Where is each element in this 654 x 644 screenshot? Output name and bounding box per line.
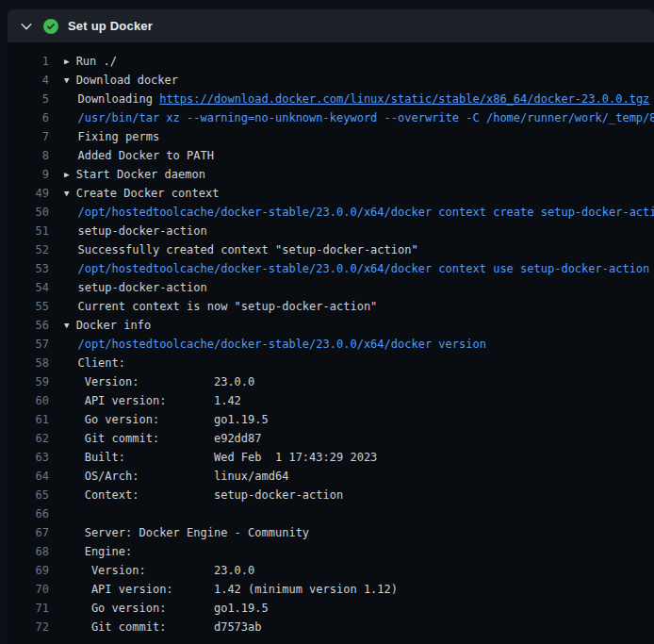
line-content: Current context is now "setup-docker-act… xyxy=(49,297,377,316)
line-content: /usr/bin/tar xz --warning=no-unknown-key… xyxy=(49,108,654,127)
log-text: Git commit: d7573ab xyxy=(64,620,262,634)
log-text: Docker info xyxy=(69,319,151,332)
line-content: ▼ Download docker xyxy=(49,71,178,90)
line-content: Context: setup-docker-action xyxy=(49,486,343,504)
log-text: Git commit: e92dd87 xyxy=(64,432,262,445)
log-text: Built: Wed Feb 1 17:43:29 2023 xyxy=(64,451,377,464)
line-number[interactable]: 8 xyxy=(8,146,49,165)
line-number[interactable]: 53 xyxy=(8,259,49,278)
line-number[interactable]: 68 xyxy=(8,542,49,561)
line-number[interactable]: 9 xyxy=(8,165,49,184)
line-number[interactable]: 4 xyxy=(8,71,49,90)
line-number[interactable]: 58 xyxy=(8,354,49,372)
log-line: 63 Built: Wed Feb 1 17:43:29 2023 xyxy=(8,448,654,467)
log-link[interactable]: https://download.docker.com/linux/static… xyxy=(159,92,649,106)
line-content: Client: xyxy=(49,354,125,372)
success-check-icon xyxy=(43,19,58,34)
line-number[interactable]: 61 xyxy=(8,410,49,429)
log-command-text: /opt/hostedtoolcache/docker-stable/23.0.… xyxy=(77,338,485,351)
line-number[interactable]: 49 xyxy=(8,184,49,203)
log-line: 68 Engine: xyxy=(8,542,654,561)
log-line: 64 OS/Arch: linux/amd64 xyxy=(8,467,654,486)
log-command-text: /usr/bin/tar xz --warning=no-unknown-key… xyxy=(77,111,654,124)
line-content: setup-docker-action xyxy=(49,222,207,240)
log-line: 67 Server: Docker Engine - Community xyxy=(8,523,654,542)
log-command-text: /opt/hostedtoolcache/docker-stable/23.0.… xyxy=(77,206,654,219)
line-number[interactable]: 69 xyxy=(8,561,49,580)
line-number[interactable]: 64 xyxy=(8,467,49,486)
log-group-line[interactable]: 49▼ Create Docker context xyxy=(8,184,654,203)
line-content: Git commit: d7573ab xyxy=(49,618,262,636)
log-lines: 1▶ Run ./4▼ Download docker5 Downloading… xyxy=(8,52,654,636)
line-content: Added Docker to PATH xyxy=(49,146,214,165)
line-number[interactable]: 7 xyxy=(8,127,49,146)
log-text: Fixing perms xyxy=(64,130,159,143)
line-content: Fixing perms xyxy=(49,127,159,146)
line-number[interactable]: 54 xyxy=(8,278,49,297)
log-text: Run ./ xyxy=(69,55,117,68)
log-group-line[interactable]: 4▼ Download docker xyxy=(8,71,654,90)
line-number[interactable]: 56 xyxy=(8,316,49,335)
line-content: ▼ Docker info xyxy=(49,316,151,335)
log-line: 60 API version: 1.42 xyxy=(8,391,654,410)
line-content: Built: Wed Feb 1 17:43:29 2023 xyxy=(49,448,377,467)
log-text: Go version: go1.19.5 xyxy=(64,413,269,426)
log-text: Downloading xyxy=(64,92,159,106)
line-content: Successfully created context "setup-dock… xyxy=(49,240,418,259)
line-number[interactable]: 52 xyxy=(8,240,49,259)
log-text xyxy=(64,111,77,124)
log-text: Context: setup-docker-action xyxy=(64,488,343,502)
log-text: Start Docker daemon xyxy=(69,168,205,181)
log-text xyxy=(64,262,77,275)
line-content: setup-docker-action xyxy=(49,278,207,297)
log-group-line[interactable]: 56▼ Docker info xyxy=(8,316,654,335)
line-content: API version: 1.42 (minimum version 1.12) xyxy=(49,580,398,599)
line-content xyxy=(49,504,64,523)
line-number[interactable]: 6 xyxy=(8,108,49,127)
line-number[interactable]: 57 xyxy=(8,335,49,354)
line-number[interactable]: 51 xyxy=(8,222,49,240)
line-content: OS/Arch: linux/amd64 xyxy=(49,467,288,486)
log-group-line[interactable]: 9▶ Start Docker daemon xyxy=(8,165,654,184)
line-number[interactable]: 65 xyxy=(8,486,49,504)
line-number[interactable]: 71 xyxy=(8,599,49,618)
step-container: Set up Docker 1▶ Run ./4▼ Download docke… xyxy=(8,9,654,644)
log-text: Current context is now "setup-docker-act… xyxy=(64,300,377,313)
line-number[interactable]: 60 xyxy=(8,391,49,410)
log-text: Client: xyxy=(64,356,125,370)
line-content: Downloading https://download.docker.com/… xyxy=(49,90,649,108)
line-content: ▶ Run ./ xyxy=(49,52,117,71)
log-group-line[interactable]: 1▶ Run ./ xyxy=(8,52,654,71)
line-number[interactable]: 63 xyxy=(8,448,49,467)
step-header[interactable]: Set up Docker xyxy=(8,9,654,42)
log-command-text: /opt/hostedtoolcache/docker-stable/23.0.… xyxy=(77,262,649,275)
line-number[interactable]: 66 xyxy=(8,504,49,523)
line-number[interactable]: 70 xyxy=(8,580,49,599)
log-line: 57 /opt/hostedtoolcache/docker-stable/23… xyxy=(8,335,654,354)
log-text: setup-docker-action xyxy=(64,281,207,294)
line-number[interactable]: 50 xyxy=(8,203,49,222)
line-content: Engine: xyxy=(49,542,132,561)
line-number[interactable]: 62 xyxy=(8,429,49,448)
line-number[interactable]: 55 xyxy=(8,297,49,316)
log-line: 69 Version: 23.0.0 xyxy=(8,561,654,580)
line-number[interactable]: 59 xyxy=(8,372,49,391)
log-line: 62 Git commit: e92dd87 xyxy=(8,429,654,448)
line-content: Version: 23.0.0 xyxy=(49,561,254,580)
line-number[interactable]: 1 xyxy=(8,52,49,71)
line-number[interactable]: 67 xyxy=(8,523,49,542)
log-line: 6 /usr/bin/tar xz --warning=no-unknown-k… xyxy=(8,108,654,127)
log-text: Server: Docker Engine - Community xyxy=(64,526,309,539)
log-text xyxy=(64,206,77,219)
line-content: /opt/hostedtoolcache/docker-stable/23.0.… xyxy=(49,335,486,354)
log-line: 8 Added Docker to PATH xyxy=(8,146,654,165)
log-line: 50 /opt/hostedtoolcache/docker-stable/23… xyxy=(8,203,654,222)
chevron-down-icon[interactable] xyxy=(19,19,34,34)
line-number[interactable]: 5 xyxy=(8,90,49,108)
line-number[interactable]: 72 xyxy=(8,618,49,636)
log-line: 52 Successfully created context "setup-d… xyxy=(8,240,654,259)
log-text: Download docker xyxy=(69,74,178,87)
log-line: 59 Version: 23.0.0 xyxy=(8,372,654,391)
log-line: 70 API version: 1.42 (minimum version 1.… xyxy=(8,580,654,599)
line-content: Server: Docker Engine - Community xyxy=(49,523,309,542)
